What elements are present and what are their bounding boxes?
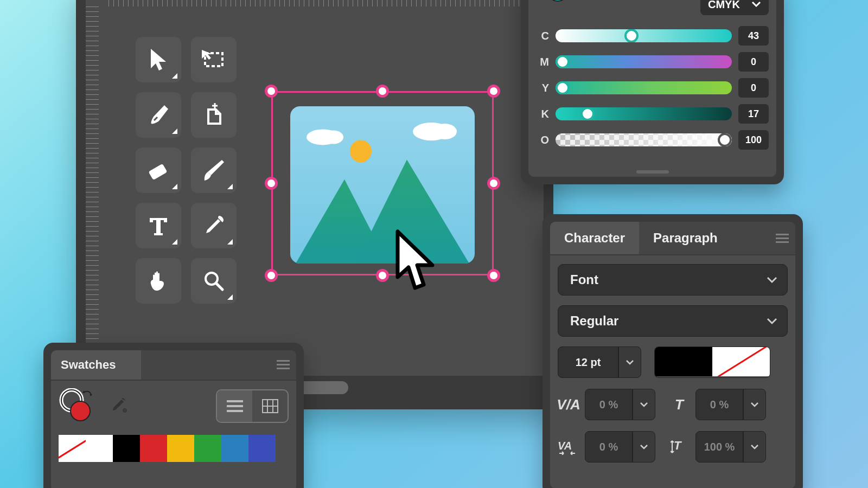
slider-track-o[interactable] xyxy=(556,133,732,146)
tool-palette xyxy=(136,37,237,304)
slider-yellow: Y 0 xyxy=(536,75,769,101)
swatches-title: Swatches xyxy=(61,358,116,372)
ruler-horizontal[interactable] xyxy=(108,0,544,7)
tracking-stepper[interactable] xyxy=(633,431,655,463)
panel-menu-icon[interactable] xyxy=(776,234,789,243)
new-document-tool[interactable] xyxy=(191,92,237,138)
resize-handle-n[interactable] xyxy=(376,85,389,98)
text-stroke-color[interactable] xyxy=(712,347,770,376)
tool-submenu-indicator-icon xyxy=(172,129,177,134)
vertical-scale-stepper[interactable] xyxy=(743,431,766,463)
canvas-stage[interactable] xyxy=(108,15,538,394)
selected-object[interactable] xyxy=(271,91,494,275)
slider-track-c[interactable] xyxy=(556,29,732,42)
font-family-label: Font xyxy=(570,272,598,287)
slider-knob-c[interactable] xyxy=(624,29,639,42)
vertical-scale-value[interactable]: 100 % xyxy=(695,431,743,463)
slider-label-y: Y xyxy=(536,82,549,94)
font-size-stepper[interactable] xyxy=(618,346,641,378)
color-mode-dropdown[interactable]: CMYK xyxy=(700,0,769,15)
panel-grip-icon[interactable] xyxy=(636,170,669,174)
slider-value-y[interactable]: 0 xyxy=(738,78,769,98)
swatch-none[interactable] xyxy=(59,435,86,462)
resize-handle-e[interactable] xyxy=(487,177,500,190)
fill-stroke-swatch[interactable] xyxy=(538,0,572,3)
kerning-value[interactable]: 0 % xyxy=(585,389,633,420)
zoom-tool[interactable] xyxy=(191,258,237,304)
selection-tool[interactable] xyxy=(136,37,181,82)
font-size-field[interactable]: 12 pt xyxy=(558,346,641,378)
color-sliders: C 43 M 0 Y 0 K 17 O xyxy=(536,23,769,153)
artboard-tool[interactable] xyxy=(191,37,237,82)
slider-knob-o[interactable] xyxy=(718,133,732,146)
swatch-yellow[interactable] xyxy=(167,435,194,462)
slider-knob-k[interactable] xyxy=(580,107,595,120)
resize-handle-w[interactable] xyxy=(265,177,278,190)
type-tool[interactable] xyxy=(136,203,181,248)
editor-inner xyxy=(86,0,544,400)
tab-character[interactable]: Character xyxy=(550,222,639,254)
tracking-value[interactable]: 0 % xyxy=(585,431,633,463)
tracking-field[interactable]: 0 % xyxy=(585,431,655,463)
color-mode-label: CMYK xyxy=(708,0,740,11)
tab-paragraph-label: Paragraph xyxy=(653,230,718,246)
resize-handle-ne[interactable] xyxy=(487,85,500,98)
kerning-stepper[interactable] xyxy=(633,389,655,420)
eyedropper-tool[interactable] xyxy=(191,203,237,248)
eraser-tool[interactable] xyxy=(136,147,181,193)
brush-tool[interactable] xyxy=(191,147,237,193)
resize-handle-se[interactable] xyxy=(487,269,500,282)
slider-value-o[interactable]: 100 xyxy=(738,130,769,150)
horizontal-scale-stepper[interactable] xyxy=(743,389,766,420)
kerning-field[interactable]: 0 % xyxy=(585,389,655,420)
horizontal-scale-icon: T xyxy=(668,396,690,413)
resize-handle-sw[interactable] xyxy=(265,269,278,282)
slider-opacity: O 100 xyxy=(536,127,769,153)
resize-handle-nw[interactable] xyxy=(265,85,278,98)
tab-character-label: Character xyxy=(564,230,625,246)
slider-track-y[interactable] xyxy=(556,81,732,94)
swatch-red[interactable] xyxy=(140,435,167,462)
tool-submenu-indicator-icon xyxy=(172,73,177,79)
vertical-scale-field[interactable]: 100 % xyxy=(695,431,766,463)
pen-tool[interactable] xyxy=(136,92,181,138)
slider-value-c[interactable]: 43 xyxy=(738,26,769,46)
slider-label-m: M xyxy=(536,56,549,68)
character-panel-inner: Character Paragraph Font Regular 12 pt xyxy=(550,222,795,488)
font-size-value[interactable]: 12 pt xyxy=(558,346,618,378)
swatch-white[interactable] xyxy=(86,435,113,462)
selection-frame xyxy=(271,91,494,275)
slider-knob-m[interactable] xyxy=(556,55,570,68)
horizontal-scale-field[interactable]: 0 % xyxy=(695,389,766,420)
swatches-tab[interactable]: Swatches xyxy=(51,350,141,380)
horizontal-scale-value[interactable]: 0 % xyxy=(695,389,743,420)
swatches-eyedropper-icon[interactable] xyxy=(110,396,127,416)
tool-submenu-indicator-icon xyxy=(227,294,233,300)
ruler-vertical[interactable] xyxy=(86,7,99,400)
swatch-blue[interactable] xyxy=(248,435,276,462)
chevron-down-icon xyxy=(767,276,777,284)
fill-stroke-swatch[interactable] xyxy=(59,388,94,424)
text-fill-color[interactable] xyxy=(655,347,712,376)
tab-paragraph[interactable]: Paragraph xyxy=(639,222,732,254)
panel-menu-icon[interactable] xyxy=(277,360,290,369)
resize-handle-s[interactable] xyxy=(376,269,389,282)
slider-knob-y[interactable] xyxy=(556,81,570,94)
text-color-picker[interactable] xyxy=(654,346,770,378)
swatch-black[interactable] xyxy=(113,435,140,462)
font-weight-dropdown[interactable]: Regular xyxy=(558,305,788,337)
slider-track-m[interactable] xyxy=(556,55,732,68)
hand-tool[interactable] xyxy=(136,258,181,304)
swatch-lightblue[interactable] xyxy=(221,435,248,462)
swatch-row xyxy=(59,435,289,462)
swatches-view-toggle[interactable] xyxy=(216,389,289,423)
slider-black: K 17 xyxy=(536,101,769,127)
slider-value-m[interactable]: 0 xyxy=(738,52,769,72)
slider-track-k[interactable] xyxy=(556,107,732,120)
list-view-icon[interactable] xyxy=(217,390,252,422)
grid-view-icon[interactable] xyxy=(252,390,288,422)
swatch-green[interactable] xyxy=(194,435,221,462)
font-family-dropdown[interactable]: Font xyxy=(558,264,788,296)
cursor-icon xyxy=(393,229,437,292)
slider-value-k[interactable]: 17 xyxy=(738,104,769,124)
